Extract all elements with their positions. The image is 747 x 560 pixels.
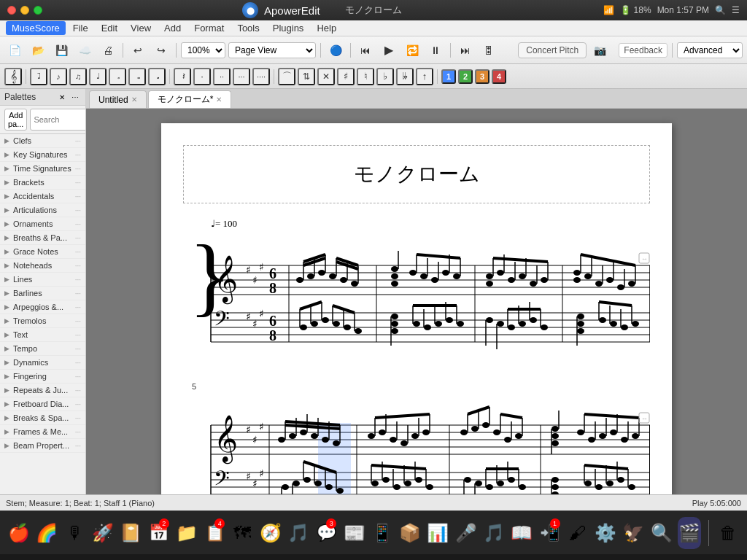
print-button[interactable]: 🖨 (98, 41, 118, 60)
tab-untitled[interactable]: Untitled ✕ (89, 90, 147, 108)
menu-help[interactable]: Help (311, 21, 342, 35)
voice-4-btn[interactable]: 4 (492, 69, 506, 84)
menu-edit[interactable]: Edit (96, 21, 123, 35)
grace-note-7[interactable]: 𝅘 (148, 68, 166, 85)
music-notation-1[interactable]: } (183, 233, 650, 353)
menu-view[interactable]: View (125, 21, 157, 35)
dock-maps[interactable]: 🗺 (231, 517, 254, 549)
voice-2-btn[interactable]: 2 (458, 69, 473, 84)
dock-finder[interactable]: 🍎 (7, 517, 31, 549)
loop-button[interactable]: 🔁 (402, 41, 422, 60)
dock-store[interactable]: 📦 (398, 517, 422, 549)
up-btn[interactable]: ↑ (416, 68, 433, 85)
dock-safari[interactable]: 🧭 (259, 517, 282, 549)
palette-noteheads[interactable]: ▶Noteheads··· (0, 259, 85, 273)
close-button[interactable] (7, 6, 16, 15)
palette-tempo[interactable]: ▶Tempo··· (0, 342, 85, 356)
dock-launchpad[interactable]: 🌈 (35, 517, 58, 549)
grace-note-2[interactable]: ♪ (50, 68, 67, 85)
undo-button[interactable]: ↩ (128, 41, 148, 60)
palette-arpeggios[interactable]: ▶Arpeggios &...··· (0, 300, 85, 314)
palette-key-signatures[interactable]: ▶Key Signatures··· (0, 148, 85, 162)
palette-tremolos[interactable]: ▶Tremolos··· (0, 314, 85, 328)
flip-btn[interactable]: ⇅ (298, 68, 315, 85)
palette-clefs[interactable]: ▶Clefs··· (0, 134, 85, 148)
grace-note-3[interactable]: ♫ (69, 68, 87, 85)
menu-musescore[interactable]: MuseScore (6, 21, 66, 35)
palette-frames[interactable]: ▶Frames & Me...··· (0, 425, 85, 439)
dock-rocket[interactable]: 🚀 (91, 517, 115, 549)
menu-plugins[interactable]: Plugins (267, 21, 310, 35)
sidebar-menu-btn[interactable]: ⋯ (69, 92, 81, 102)
dock-books[interactable]: 📖 (510, 517, 533, 549)
palette-grace-notes[interactable]: ▶Grace Notes··· (0, 245, 85, 259)
palette-text[interactable]: ▶Text··· (0, 328, 85, 342)
grace-note-1[interactable]: ♩̈ (30, 68, 47, 85)
palette-dynamics[interactable]: ▶Dynamics··· (0, 356, 85, 370)
pause-button[interactable]: ⏸ (425, 41, 446, 60)
rewind-button[interactable]: ⏮ (355, 41, 376, 60)
dock-podcasts[interactable]: 📰 (342, 517, 365, 549)
end-button[interactable]: ⏭ (455, 41, 476, 60)
dock-siri[interactable]: 🎙 (63, 517, 87, 549)
tie-btn[interactable]: ⌒ (278, 68, 295, 85)
redo-button[interactable]: ↪ (151, 41, 171, 60)
palette-ornaments[interactable]: ▶Ornaments··· (0, 217, 85, 231)
dock-musescore[interactable]: 🎵 (287, 517, 310, 549)
palette-beam[interactable]: ▶Beam Propert...··· (0, 439, 85, 453)
palette-fretboard[interactable]: ▶Fretboard Dia...··· (0, 397, 85, 411)
search-icon[interactable]: 🔍 (715, 5, 726, 15)
palette-breaks[interactable]: ▶Breaks & Spa...··· (0, 411, 85, 425)
dock-messages[interactable]: 💬 3 (314, 517, 338, 549)
palette-barlines[interactable]: ▶Barlines··· (0, 287, 85, 300)
dock-alfred[interactable]: 🔍 (649, 517, 673, 549)
palette-breaths[interactable]: ▶Breaths & Pa...··· (0, 231, 85, 245)
dock-reminders[interactable]: 📋 4 (203, 517, 226, 549)
play-button[interactable]: ▶ (379, 41, 399, 60)
open-button[interactable]: 📂 (28, 41, 48, 60)
double-flat-btn[interactable]: 𝄫 (396, 68, 414, 85)
dock-settings[interactable]: ⚙️ (594, 517, 617, 549)
double-dot-btn[interactable]: ·· (213, 68, 231, 85)
music-notation-2[interactable]: 𝄞 𝄢 ♯ ♯ ♯ ♯ ♯ ♯ (183, 392, 650, 494)
save-button[interactable]: 💾 (51, 41, 71, 60)
palette-search[interactable] (30, 109, 86, 131)
dock-apoweredit[interactable]: 🎬 (678, 517, 701, 549)
tab-untitled-close[interactable]: ✕ (131, 96, 137, 104)
mixer-button[interactable]: 🎛 (479, 41, 499, 60)
dock-files[interactable]: 📁 (175, 517, 198, 549)
dock-eagle[interactable]: 🦅 (622, 517, 645, 549)
dock-numbers[interactable]: 📊 (426, 517, 449, 549)
minimize-button[interactable] (20, 6, 29, 15)
dock-trash[interactable]: 🗑 (716, 517, 740, 549)
sidebar-close-btn[interactable]: ✕ (56, 92, 68, 102)
dot-btn[interactable]: · (193, 68, 211, 85)
flat-btn[interactable]: ♭ (376, 68, 394, 85)
advanced-select[interactable]: Advanced Basic (677, 42, 743, 58)
menu-tools[interactable]: Tools (231, 21, 265, 35)
voice-3-btn[interactable]: 3 (475, 69, 489, 84)
menu-add[interactable]: Add (158, 21, 187, 35)
palette-repeats[interactable]: ▶Repeats & Ju...··· (0, 384, 85, 397)
grace-note-5[interactable]: 𝅗 (109, 68, 126, 85)
menu-file[interactable]: File (67, 21, 94, 35)
palette-lines[interactable]: ▶Lines··· (0, 273, 85, 287)
sharp-btn[interactable]: ♯ (337, 68, 355, 85)
control-center-icon[interactable]: ☰ (732, 5, 740, 15)
palette-articulations[interactable]: ▶Articulations··· (0, 203, 85, 217)
crosshair-btn[interactable]: ✕ (317, 68, 335, 85)
palette-accidentals[interactable]: ▶Accidentals··· (0, 190, 85, 203)
tab-monochrome-close[interactable]: ✕ (216, 96, 222, 104)
view-mode-select[interactable]: Page View Continuous View (228, 42, 316, 58)
palette-brackets[interactable]: ▶Brackets··· (0, 176, 85, 190)
grace-note-6[interactable]: 𝅝 (128, 68, 146, 85)
add-palette-button[interactable]: Add pa... (4, 109, 27, 131)
dock-notes[interactable]: 📔 (119, 517, 142, 549)
rest-btn[interactable]: 𝄽 (174, 68, 191, 85)
new-button[interactable]: 📄 (4, 41, 25, 60)
natural-btn[interactable]: ♮ (357, 68, 374, 85)
triple-dot-btn[interactable]: ··· (233, 68, 250, 85)
voice-1-btn[interactable]: 1 (441, 69, 456, 84)
dock-appstore[interactable]: 📲 1 (538, 517, 561, 549)
dock-paint[interactable]: 🖌 (566, 517, 589, 549)
